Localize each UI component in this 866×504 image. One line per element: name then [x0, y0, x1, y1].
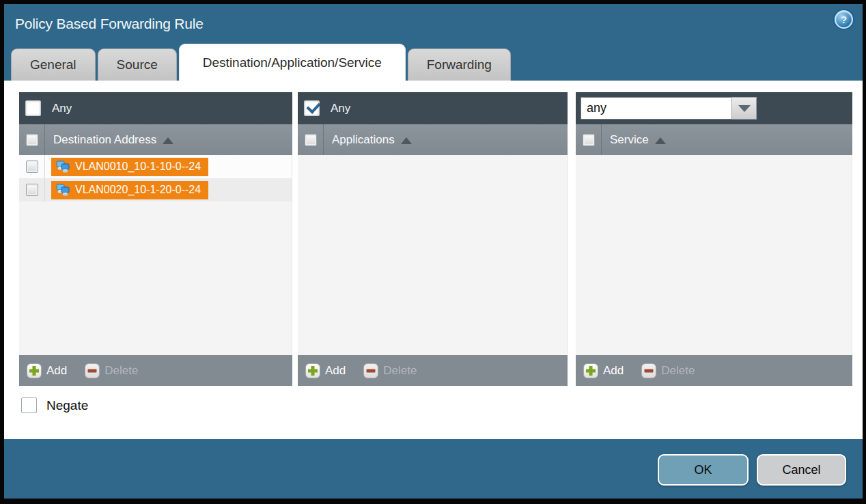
- tab-general[interactable]: General: [11, 48, 96, 81]
- destination-column-header[interactable]: Destination Address: [19, 124, 292, 155]
- applications-select-all-checkbox[interactable]: [305, 134, 317, 146]
- negate-row: Negate: [21, 397, 88, 413]
- row-checkbox[interactable]: [26, 160, 38, 173]
- applications-footer-bar: Add Delete: [298, 355, 568, 386]
- sort-ascending-icon: [163, 137, 173, 144]
- address-object-chip[interactable]: VLAN0010_10-1-10-0--24: [51, 158, 208, 176]
- destination-any-label: Any: [52, 102, 72, 115]
- delete-minus-icon: [641, 363, 656, 378]
- add-plus-icon: [583, 363, 598, 378]
- service-select-all-checkbox[interactable]: [583, 134, 595, 146]
- add-plus-icon: [27, 363, 42, 378]
- tab-bar: General Source Destination/Application/S…: [11, 44, 511, 81]
- applications-list: [298, 155, 568, 355]
- service-list: [576, 155, 852, 355]
- row-checkbox-cell: [19, 178, 45, 201]
- service-dropdown-button[interactable]: [731, 97, 757, 120]
- service-any-bar: any: [576, 92, 852, 124]
- address-object-label: VLAN0010_10-1-10-0--24: [75, 160, 201, 173]
- applications-any-label: Any: [331, 102, 350, 115]
- tab-forwarding[interactable]: Forwarding: [408, 48, 511, 81]
- tab-content-panel: Any Destination Address: [4, 81, 863, 439]
- destination-any-checkbox[interactable]: [25, 100, 41, 116]
- row-checkbox-cell: [19, 155, 45, 178]
- sort-ascending-icon: [655, 137, 666, 144]
- applications-column-header[interactable]: Applications: [298, 124, 568, 155]
- address-object-label: VLAN0020_10-1-20-0--24: [75, 184, 201, 196]
- ok-button[interactable]: OK: [658, 454, 749, 486]
- chevron-down-icon: [738, 105, 751, 112]
- service-header-checkbox-cell: [576, 124, 602, 155]
- applications-any-checkbox[interactable]: [304, 100, 320, 116]
- dialog-title: Policy Based Forwarding Rule: [15, 16, 204, 32]
- service-footer-bar: Add Delete: [576, 355, 852, 386]
- destination-header-checkbox-cell: [19, 124, 45, 155]
- delete-button-label: Delete: [104, 364, 138, 378]
- service-dropdown: any: [581, 97, 757, 120]
- add-button-label: Add: [325, 364, 346, 378]
- service-header-label: Service: [610, 133, 649, 147]
- delete-button[interactable]: Delete: [641, 363, 695, 378]
- destination-address-list: VLAN0010_10-1-10-0--24: [19, 155, 292, 355]
- help-icon[interactable]: ?: [835, 10, 853, 29]
- delete-minus-icon: [85, 363, 100, 378]
- add-button-label: Add: [603, 364, 624, 378]
- negate-checkbox[interactable]: [21, 397, 37, 413]
- destination-address-panel: Any Destination Address: [19, 92, 292, 386]
- applications-header-checkbox-cell: [298, 124, 324, 155]
- negate-label: Negate: [46, 398, 88, 413]
- destination-header-label: Destination Address: [53, 133, 156, 147]
- service-column-header[interactable]: Service: [576, 124, 852, 155]
- add-button[interactable]: Add: [305, 363, 346, 378]
- tab-source[interactable]: Source: [98, 48, 177, 81]
- applications-panel: Any Applications Add Delete: [298, 92, 568, 386]
- row-checkbox[interactable]: [26, 184, 38, 196]
- add-button-label: Add: [46, 364, 67, 378]
- delete-button-label: Delete: [383, 364, 417, 378]
- add-button[interactable]: Add: [27, 363, 67, 378]
- destination-any-bar: Any: [19, 92, 292, 124]
- address-object-chip[interactable]: VLAN0020_10-1-20-0--24: [51, 181, 208, 199]
- service-panel: any Service Add: [576, 92, 852, 386]
- dialog-titlebar: Policy Based Forwarding Rule ?: [4, 4, 863, 44]
- table-row[interactable]: VLAN0020_10-1-20-0--24: [19, 178, 292, 201]
- table-row[interactable]: VLAN0010_10-1-10-0--24: [19, 155, 292, 178]
- destination-select-all-checkbox[interactable]: [26, 134, 38, 146]
- add-plus-icon: [305, 363, 320, 378]
- delete-button-label: Delete: [661, 364, 695, 378]
- help-glyph: ?: [841, 14, 847, 25]
- applications-header-label: Applications: [332, 133, 395, 147]
- delete-button[interactable]: Delete: [363, 363, 417, 378]
- sort-ascending-icon: [401, 137, 412, 144]
- destination-footer-bar: Add Delete: [19, 355, 292, 386]
- add-button[interactable]: Add: [583, 363, 624, 378]
- cancel-button[interactable]: Cancel: [757, 454, 846, 486]
- delete-button[interactable]: Delete: [85, 363, 138, 378]
- tab-destination-application-service[interactable]: Destination/Application/Service: [179, 44, 406, 81]
- pbf-rule-dialog: Policy Based Forwarding Rule ? General S…: [4, 4, 863, 499]
- applications-any-bar: Any: [298, 92, 568, 124]
- network-address-icon: [55, 184, 70, 196]
- network-address-icon: [55, 160, 70, 173]
- service-dropdown-value[interactable]: any: [581, 97, 731, 120]
- delete-minus-icon: [363, 363, 378, 378]
